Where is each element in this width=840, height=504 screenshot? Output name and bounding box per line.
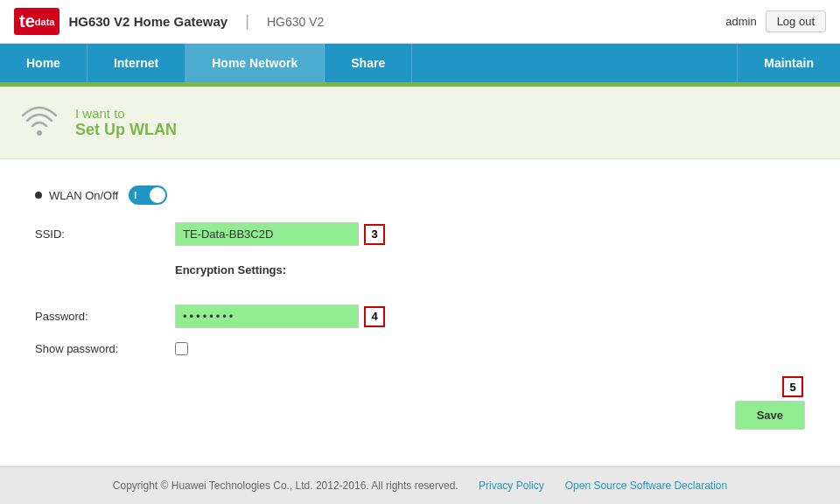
nav-item-maintain[interactable]: Maintain bbox=[737, 44, 840, 82]
privacy-policy-link[interactable]: Privacy Policy bbox=[479, 480, 544, 492]
header-title: HG630 V2 Home Gateway bbox=[68, 14, 228, 29]
logo: tedata bbox=[14, 8, 60, 35]
wlan-toggle[interactable]: I bbox=[129, 186, 167, 205]
show-password-checkbox[interactable] bbox=[175, 342, 188, 355]
header: tedata HG630 V2 Home Gateway | HG630 V2 … bbox=[0, 0, 840, 44]
ssid-row: SSID: 3 bbox=[35, 222, 805, 246]
copyright-text: Copyright © Huawei Technologies Co., Ltd… bbox=[113, 480, 458, 492]
navigation: Home Internet Home Network Share Maintai… bbox=[0, 44, 840, 82]
header-subtitle: HG630 V2 bbox=[267, 15, 324, 29]
save-badge: 5 bbox=[782, 376, 803, 397]
ssid-badge: 3 bbox=[364, 224, 385, 245]
show-password-label: Show password: bbox=[35, 342, 175, 355]
footer-links: Privacy Policy Open Source Software Decl… bbox=[479, 480, 727, 492]
page-header: I want to Set Up WLAN bbox=[0, 87, 840, 159]
encryption-row: Encryption Settings: bbox=[35, 260, 805, 290]
bullet-icon bbox=[35, 192, 42, 199]
password-input[interactable] bbox=[175, 304, 359, 328]
toggle-knob bbox=[150, 187, 165, 203]
save-button[interactable]: Save bbox=[735, 401, 805, 430]
header-divider: | bbox=[245, 12, 249, 31]
password-badge: 4 bbox=[364, 306, 385, 327]
open-source-link[interactable]: Open Source Software Declaration bbox=[565, 480, 727, 492]
wlan-row: WLAN On/Off I bbox=[35, 186, 805, 205]
toggle-text: I bbox=[134, 191, 136, 200]
logo-data: data bbox=[35, 17, 55, 27]
admin-label: admin bbox=[725, 15, 756, 28]
i-want-to-label: I want to bbox=[75, 106, 177, 121]
header-right: admin Log out bbox=[725, 10, 826, 32]
password-label: Password: bbox=[35, 310, 175, 323]
show-password-row: Show password: bbox=[35, 342, 805, 355]
setup-title: Set Up WLAN bbox=[75, 121, 177, 139]
nav-item-home[interactable]: Home bbox=[0, 44, 88, 82]
password-row: Password: 4 bbox=[35, 304, 805, 328]
save-area: 5 Save bbox=[35, 376, 805, 430]
save-badge-wrapper: 5 Save bbox=[735, 376, 805, 430]
nav-item-share[interactable]: Share bbox=[325, 44, 412, 82]
encryption-heading: Encryption Settings: bbox=[175, 263, 286, 276]
logo-area: tedata HG630 V2 Home Gateway | HG630 V2 bbox=[14, 8, 324, 35]
wifi-icon bbox=[18, 101, 61, 144]
logo-te: te bbox=[19, 11, 35, 32]
wlan-label: WLAN On/Off bbox=[49, 189, 118, 202]
footer: Copyright © Huawei Technologies Co., Ltd… bbox=[0, 466, 840, 504]
page-header-text: I want to Set Up WLAN bbox=[75, 106, 177, 139]
svg-point-0 bbox=[37, 130, 42, 136]
logout-button[interactable]: Log out bbox=[766, 10, 826, 32]
ssid-label: SSID: bbox=[35, 228, 175, 241]
nav-item-home-network[interactable]: Home Network bbox=[186, 44, 325, 82]
main-content: WLAN On/Off I SSID: 3 Encryption Setting… bbox=[0, 159, 840, 465]
nav-item-internet[interactable]: Internet bbox=[88, 44, 186, 82]
ssid-input[interactable] bbox=[175, 222, 359, 246]
content-area: I want to Set Up WLAN WLAN On/Off I SSID… bbox=[0, 87, 840, 466]
